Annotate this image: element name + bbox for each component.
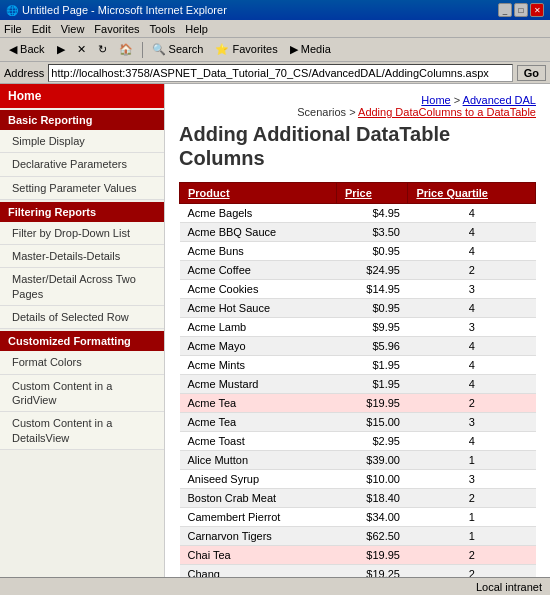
- sidebar-item-custom-gridview[interactable]: Custom Content in a GridView: [0, 375, 164, 413]
- cell-product: Acme Bagels: [180, 204, 337, 223]
- sidebar-item-format-colors[interactable]: Format Colors: [0, 351, 164, 374]
- col-header-price[interactable]: Price: [336, 183, 408, 204]
- minimize-button[interactable]: _: [498, 3, 512, 17]
- cell-price: $34.00: [336, 508, 408, 527]
- cell-product: Acme Coffee: [180, 261, 337, 280]
- sidebar-item-declarative-parameters[interactable]: Declarative Parameters: [0, 153, 164, 176]
- address-bar: Address Go: [0, 62, 550, 84]
- table-row[interactable]: Acme Tea$15.003: [180, 413, 536, 432]
- sidebar-item-custom-detailsview[interactable]: Custom Content in a DetailsView: [0, 412, 164, 450]
- cell-price: $4.95: [336, 204, 408, 223]
- go-button[interactable]: Go: [517, 65, 546, 81]
- sidebar-item-master-detail-pages[interactable]: Master/Detail Across Two Pages: [0, 268, 164, 306]
- content-area: Home > Advanced DAL Scenarios > Adding D…: [165, 84, 550, 595]
- address-input[interactable]: [48, 64, 512, 82]
- cell-product: Acme Mustard: [180, 375, 337, 394]
- cell-price: $9.95: [336, 318, 408, 337]
- forward-button[interactable]: ▶: [52, 41, 70, 58]
- table-row[interactable]: Acme Mints$1.954: [180, 356, 536, 375]
- cell-quartile: 2: [408, 394, 536, 413]
- data-table: Product Price Price Quartile Acme Bagels…: [179, 182, 536, 595]
- toolbar-separator: [142, 42, 143, 58]
- table-row[interactable]: Alice Mutton$39.001: [180, 451, 536, 470]
- refresh-button[interactable]: ↻: [93, 41, 112, 58]
- search-button[interactable]: 🔍 Search: [147, 41, 209, 58]
- cell-quartile: 4: [408, 375, 536, 394]
- sidebar-item-details-selected-row[interactable]: Details of Selected Row: [0, 306, 164, 329]
- title-bar-text: Untitled Page - Microsoft Internet Explo…: [22, 4, 227, 16]
- sidebar-item-setting-parameters[interactable]: Setting Parameter Values: [0, 177, 164, 200]
- table-row[interactable]: Acme Toast$2.954: [180, 432, 536, 451]
- sidebar-item-simple-display[interactable]: Simple Display: [0, 130, 164, 153]
- cell-price: $0.95: [336, 299, 408, 318]
- cell-quartile: 3: [408, 413, 536, 432]
- table-row[interactable]: Acme BBQ Sauce$3.504: [180, 223, 536, 242]
- breadcrumb-home[interactable]: Home: [421, 94, 450, 106]
- sidebar-item-filter-dropdown[interactable]: Filter by Drop-Down List: [0, 222, 164, 245]
- page-title: Adding Additional DataTable Columns: [179, 122, 536, 170]
- sidebar-item-master-details[interactable]: Master-Details-Details: [0, 245, 164, 268]
- cell-product: Acme Tea: [180, 394, 337, 413]
- cell-quartile: 1: [408, 508, 536, 527]
- cell-product: Boston Crab Meat: [180, 489, 337, 508]
- menu-file[interactable]: File: [4, 23, 22, 35]
- cell-quartile: 4: [408, 337, 536, 356]
- breadcrumb-section[interactable]: Advanced DAL: [463, 94, 536, 106]
- favorites-button[interactable]: ⭐ Favorites: [210, 41, 282, 58]
- main-area: Home Basic Reporting Simple Display Decl…: [0, 84, 550, 595]
- cell-product: Acme BBQ Sauce: [180, 223, 337, 242]
- table-row[interactable]: Acme Tea$19.952: [180, 394, 536, 413]
- table-row[interactable]: Acme Coffee$24.952: [180, 261, 536, 280]
- cell-quartile: 4: [408, 356, 536, 375]
- menu-tools[interactable]: Tools: [150, 23, 176, 35]
- table-row[interactable]: Aniseed Syrup$10.003: [180, 470, 536, 489]
- toolbar: ◀ Back ▶ ✕ ↻ 🏠 🔍 Search ⭐ Favorites ▶ Me…: [0, 38, 550, 62]
- cell-price: $24.95: [336, 261, 408, 280]
- menu-help[interactable]: Help: [185, 23, 208, 35]
- table-row[interactable]: Acme Mayo$5.964: [180, 337, 536, 356]
- home-button[interactable]: 🏠: [114, 41, 138, 58]
- address-label: Address: [4, 67, 44, 79]
- table-row[interactable]: Camembert Pierrot$34.001: [180, 508, 536, 527]
- stop-button[interactable]: ✕: [72, 41, 91, 58]
- breadcrumb-current: Adding DataColumns to a DataTable: [358, 106, 536, 118]
- maximize-button[interactable]: □: [514, 3, 528, 17]
- table-row[interactable]: Acme Buns$0.954: [180, 242, 536, 261]
- table-row[interactable]: Acme Cookies$14.953: [180, 280, 536, 299]
- cell-product: Acme Mayo: [180, 337, 337, 356]
- close-button[interactable]: ✕: [530, 3, 544, 17]
- cell-product: Camembert Pierrot: [180, 508, 337, 527]
- table-row[interactable]: Chai Tea$19.952: [180, 546, 536, 565]
- menu-favorites[interactable]: Favorites: [94, 23, 139, 35]
- table-row[interactable]: Boston Crab Meat$18.402: [180, 489, 536, 508]
- cell-product: Carnarvon Tigers: [180, 527, 337, 546]
- table-row[interactable]: Acme Lamb$9.953: [180, 318, 536, 337]
- table-row[interactable]: Acme Hot Sauce$0.954: [180, 299, 536, 318]
- cell-price: $62.50: [336, 527, 408, 546]
- back-button[interactable]: ◀ Back: [4, 41, 50, 58]
- col-header-quartile[interactable]: Price Quartile: [408, 183, 536, 204]
- table-row[interactable]: Acme Bagels$4.954: [180, 204, 536, 223]
- table-row[interactable]: Acme Mustard$1.954: [180, 375, 536, 394]
- cell-price: $3.50: [336, 223, 408, 242]
- sidebar-home[interactable]: Home: [0, 84, 164, 108]
- col-header-product[interactable]: Product: [180, 183, 337, 204]
- cell-quartile: 2: [408, 489, 536, 508]
- media-button[interactable]: ▶ Media: [285, 41, 336, 58]
- cell-product: Chai Tea: [180, 546, 337, 565]
- cell-quartile: 3: [408, 318, 536, 337]
- cell-price: $1.95: [336, 375, 408, 394]
- breadcrumb-subsection: Scenarios: [297, 106, 346, 118]
- cell-product: Acme Cookies: [180, 280, 337, 299]
- cell-quartile: 1: [408, 527, 536, 546]
- menu-edit[interactable]: Edit: [32, 23, 51, 35]
- menu-view[interactable]: View: [61, 23, 85, 35]
- cell-quartile: 4: [408, 432, 536, 451]
- cell-product: Aniseed Syrup: [180, 470, 337, 489]
- cell-price: $0.95: [336, 242, 408, 261]
- title-bar-buttons[interactable]: _ □ ✕: [498, 3, 544, 17]
- cell-price: $5.96: [336, 337, 408, 356]
- cell-price: $18.40: [336, 489, 408, 508]
- table-row[interactable]: Carnarvon Tigers$62.501: [180, 527, 536, 546]
- sidebar-section-customized: Customized Formatting: [0, 331, 164, 351]
